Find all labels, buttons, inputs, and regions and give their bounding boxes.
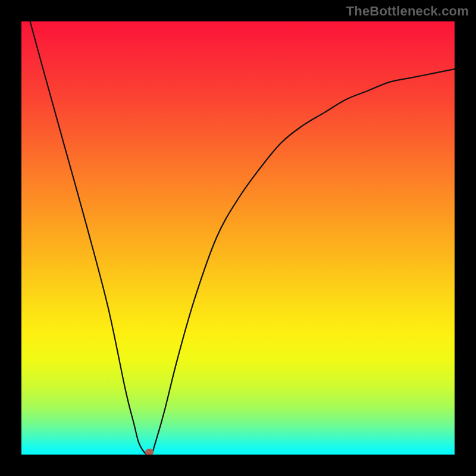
optimal-point-marker bbox=[145, 449, 154, 455]
plot-area bbox=[21, 21, 455, 455]
chart-frame: TheBottleneck.com bbox=[0, 0, 476, 476]
watermark-text: TheBottleneck.com bbox=[346, 4, 469, 19]
bottleneck-curve bbox=[21, 21, 455, 455]
